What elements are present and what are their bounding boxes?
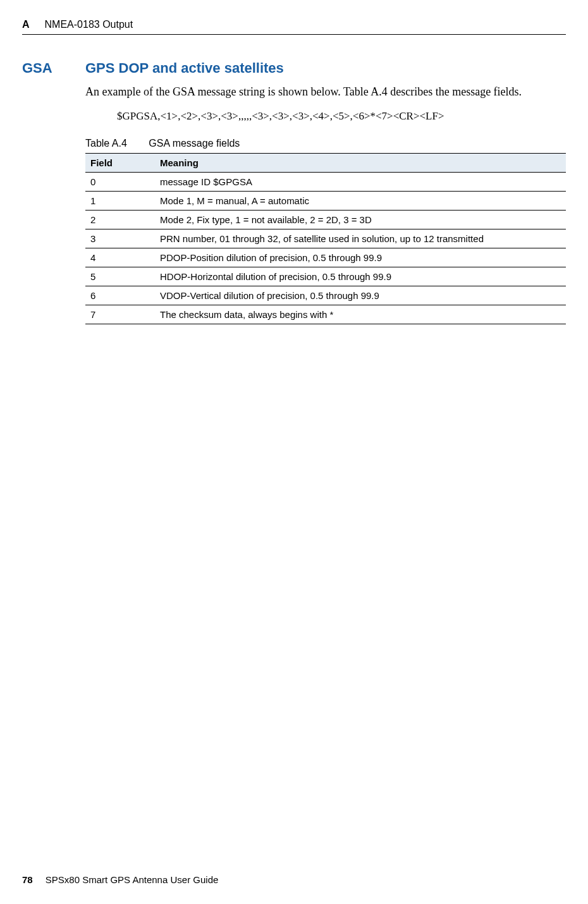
cell-field: 7 <box>85 305 155 324</box>
table-title: GSA message fields <box>149 138 240 149</box>
table-number: Table A.4 <box>85 138 127 149</box>
page-number: 78 <box>22 874 33 885</box>
cell-field: 5 <box>85 267 155 286</box>
col-header-meaning: Meaning <box>155 154 566 173</box>
table-header-row: Field Meaning <box>85 154 566 173</box>
cell-field: 3 <box>85 229 155 248</box>
table-row: 6 VDOP-Vertical dilution of precision, 0… <box>85 286 566 305</box>
cell-meaning: VDOP-Vertical dilution of precision, 0.5… <box>155 286 566 305</box>
cell-meaning: PRN number, 01 through 32, of satellite … <box>155 229 566 248</box>
footer-doc-title: SPSx80 Smart GPS Antenna User Guide <box>46 874 218 885</box>
page-footer: 78 SPSx80 Smart GPS Antenna User Guide <box>22 874 218 885</box>
header-title: NMEA-0183 Output <box>45 19 133 30</box>
cell-meaning: message ID $GPGSA <box>155 173 566 192</box>
cell-meaning: The checksum data, always begins with * <box>155 305 566 324</box>
table-row: 1 Mode 1, M = manual, A = automatic <box>85 192 566 211</box>
table-row: 7 The checksum data, always begins with … <box>85 305 566 324</box>
cell-field: 0 <box>85 173 155 192</box>
table-row: 4 PDOP-Position dilution of precision, 0… <box>85 248 566 267</box>
col-header-field: Field <box>85 154 155 173</box>
cell-meaning: HDOP-Horizontal dilution of precision, 0… <box>155 267 566 286</box>
table-row: 5 HDOP-Horizontal dilution of precision,… <box>85 267 566 286</box>
section-code: GSA <box>22 60 85 324</box>
table-row: 0 message ID $GPGSA <box>85 173 566 192</box>
section-container: GSA GPS DOP and active satellites An exa… <box>22 60 566 324</box>
fields-table: Field Meaning 0 message ID $GPGSA 1 Mode… <box>85 153 566 324</box>
cell-field: 1 <box>85 192 155 211</box>
intro-paragraph: An example of the GSA message string is … <box>85 84 566 100</box>
section-heading: GPS DOP and active satellites <box>85 60 566 76</box>
appendix-letter: A <box>22 19 30 30</box>
cell-meaning: PDOP-Position dilution of precision, 0.5… <box>155 248 566 267</box>
content-column: GPS DOP and active satellites An example… <box>85 60 566 324</box>
page-header: A NMEA-0183 Output <box>22 19 566 30</box>
cell-field: 4 <box>85 248 155 267</box>
cell-field: 2 <box>85 211 155 229</box>
cell-field: 6 <box>85 286 155 305</box>
table-row: 3 PRN number, 01 through 32, of satellit… <box>85 229 566 248</box>
example-string: $GPGSA,<1>,<2>,<3>,<3>,,,,,<3>,<3>,<3>,<… <box>117 110 566 123</box>
table-row: 2 Mode 2, Fix type, 1 = not available, 2… <box>85 211 566 229</box>
cell-meaning: Mode 1, M = manual, A = automatic <box>155 192 566 211</box>
header-rule <box>22 34 566 35</box>
cell-meaning: Mode 2, Fix type, 1 = not available, 2 =… <box>155 211 566 229</box>
table-caption: Table A.4 GSA message fields <box>85 138 566 149</box>
